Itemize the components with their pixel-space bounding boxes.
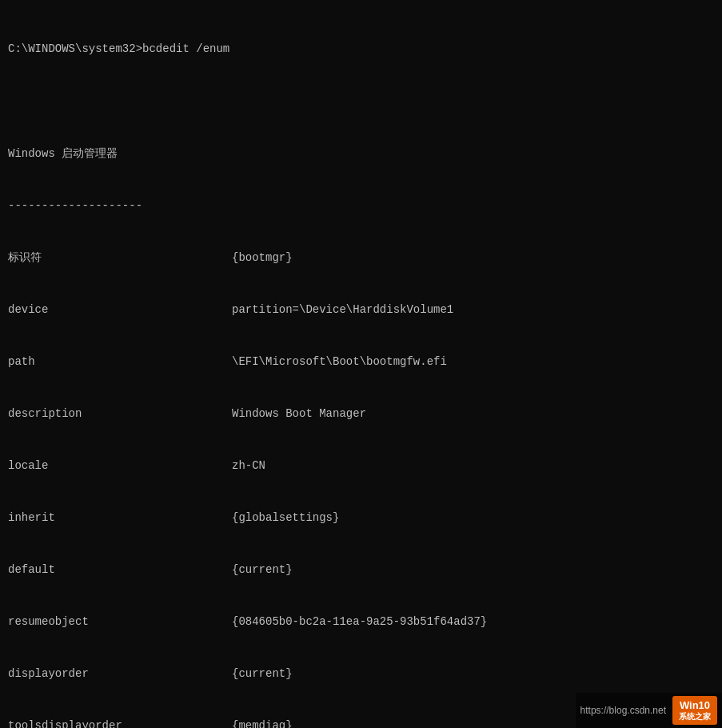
row-inherit-1: inherit{globalsettings} [8, 510, 714, 527]
row-device-1: devicepartition=\Device\HarddiskVolume1 [8, 302, 714, 319]
badge-line1: Win10 [680, 699, 710, 712]
section1-title: Windows 启动管理器 [8, 146, 714, 163]
badge-line2: 系统之家 [679, 712, 711, 722]
section1-divider: -------------------- [8, 198, 714, 215]
watermark-container: https://blog.csdn.net Win10 系统之家 [576, 693, 722, 728]
row-path-1: path\EFI\Microsoft\Boot\bootmgfw.efi [8, 354, 714, 371]
row-description-1: descriptionWindows Boot Manager [8, 406, 714, 423]
row-identifier-1: 标识符{bootmgr} [8, 250, 714, 267]
row-default-1: default{current} [8, 562, 714, 579]
watermark-url: https://blog.csdn.net [580, 705, 666, 716]
win10-badge: Win10 系统之家 [672, 696, 717, 725]
row-resumeobject-1: resumeobject{084605b0-bc2a-11ea-9a25-93b… [8, 614, 714, 631]
row-locale-1: localezh-CN [8, 458, 714, 475]
terminal-output: C:\WINDOWS\system32>bcdedit /enum Window… [0, 0, 722, 728]
blank-line-1 [8, 93, 714, 110]
command-line: C:\WINDOWS\system32>bcdedit /enum [8, 41, 714, 58]
row-displayorder-1: displayorder{current} [8, 666, 714, 683]
